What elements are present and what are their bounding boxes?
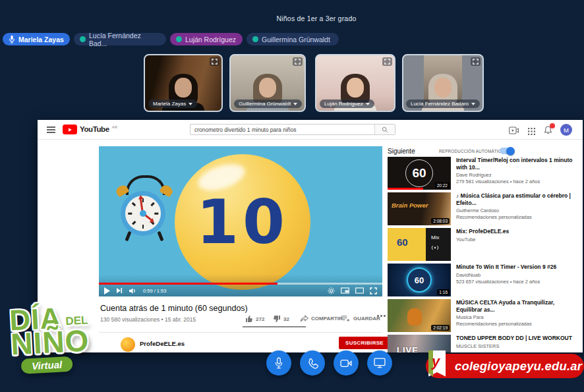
chevron-down-icon <box>189 103 192 105</box>
dislike-count: 32 <box>283 316 289 322</box>
suggested-channel: DavidNuab <box>456 272 579 278</box>
like-button[interactable]: 272 <box>245 315 264 323</box>
suggested-video-6[interactable]: LIVE TONED UPPER BODY DD | LIVE WORKOUT … <box>388 335 580 352</box>
chevron-down-icon <box>366 103 370 105</box>
video-thumbnail: Brain Power 2:08:03 <box>388 192 451 225</box>
subscribe-button[interactable]: SUSCRIBIRSE <box>339 337 390 349</box>
suggested-channel: YouTube <box>456 237 579 242</box>
video-tile-lucia[interactable]: Lucía Fernández Badaro <box>402 54 484 112</box>
school-url: colegioyapeyu.edu.ar <box>455 359 582 374</box>
participant-name: Mariela Zayas <box>18 36 64 43</box>
phone-button[interactable] <box>300 350 325 376</box>
suggested-video-2[interactable]: Brain Power 2:08:03 ♪ Música Clásica par… <box>388 192 580 225</box>
video-tile-mariela[interactable]: Mariela Zayas <box>144 54 223 112</box>
account-avatar[interactable]: M <box>560 124 572 136</box>
suggested-channel: Guilherme Cardoso <box>456 208 579 213</box>
video-thumbnail: 2:02:19 <box>388 299 451 332</box>
participant-pill-lujan[interactable]: Luján Rodríguez <box>170 33 243 45</box>
theater-mode-button[interactable] <box>355 287 364 294</box>
countdown-ball: 10 <box>175 154 310 290</box>
volume-button[interactable] <box>129 287 137 294</box>
miniplayer-button[interactable] <box>341 287 349 294</box>
search-input[interactable] <box>190 125 374 134</box>
suggested-channel: MUSCLE SISTERS <box>456 343 579 349</box>
time-display: 0:59 / 1:53 <box>143 288 166 294</box>
expand-icon <box>295 59 301 65</box>
search-button[interactable] <box>374 125 395 134</box>
create-video-button[interactable] <box>509 125 519 137</box>
channel-name[interactable]: ProfeDeELE.es <box>140 340 185 347</box>
search-icon <box>382 126 388 133</box>
menu-icon[interactable] <box>47 126 55 135</box>
video-tile-lujan[interactable]: Luján Rodríguez <box>315 54 395 112</box>
suggested-title: MÚSICA CELTA Ayuda a Tranquilizar, Equil… <box>456 299 579 313</box>
autoplay-label: REPRODUCCIÓN AUTOMÁTICA <box>439 149 504 154</box>
video-thumbnail: 60 1:16 <box>388 264 451 296</box>
alarm-clock-illustration <box>115 174 174 253</box>
microphone-button[interactable] <box>266 350 291 376</box>
tile-name-dropdown[interactable]: Luján Rodríguez <box>320 99 374 108</box>
mix-icon <box>431 245 439 250</box>
next-button[interactable] <box>116 287 123 294</box>
participant-pill-lucia[interactable]: Lucía Fernández Bad... <box>74 33 166 45</box>
logo-line-nino: NIÑO <box>10 325 127 358</box>
tile-name: Lucía Fernández Badaro <box>411 101 469 107</box>
expand-icon <box>473 59 479 65</box>
dislike-button[interactable]: 32 <box>273 315 289 323</box>
autoplay-toggle[interactable] <box>500 148 514 154</box>
notification-badge <box>550 123 555 128</box>
participant-name: Luján Rodríguez <box>185 36 236 43</box>
monitor-icon <box>374 358 386 368</box>
countdown-number: 10 <box>196 187 289 258</box>
logo-badge-virtual: Virtual <box>21 356 73 374</box>
fullscreen-button[interactable] <box>370 287 377 294</box>
yapeyu-logo: y <box>428 350 451 378</box>
more-icon <box>377 315 386 317</box>
participant-pill-guillermina[interactable]: Guillermina Grünwaldt <box>247 33 339 45</box>
phone-icon <box>307 358 318 369</box>
expand-tile-button[interactable] <box>293 57 303 66</box>
share-button[interactable]: COMPARTIR <box>300 315 343 322</box>
suggested-video-4[interactable]: 60 1:16 Minute To Win It Timer - Version… <box>388 264 580 296</box>
duration-badge: 1:16 <box>437 289 450 295</box>
expand-tile-button[interactable] <box>210 57 219 66</box>
dia-del-nino-logo: DÍA DEL NIÑO Virtual <box>9 301 127 374</box>
presence-dot-icon <box>80 36 86 42</box>
suggested-video-1[interactable]: 60 20:22 Interval Timer/Reloj con interv… <box>388 157 580 190</box>
player-controls: 0:59 / 1:53 <box>99 285 382 296</box>
apps-grid-button[interactable] <box>528 126 535 138</box>
screen-share-button[interactable] <box>367 350 392 376</box>
suggested-video-3[interactable]: 60 Mix Mix: ProfeDeELE.es YouTube <box>388 228 580 261</box>
video-camera-icon <box>340 359 352 368</box>
tile-name-dropdown[interactable]: Lucía Fernández Badaro <box>406 99 480 108</box>
youtube-wordmark: YouTube <box>80 125 109 134</box>
suggested-meta: 279 581 visualizaciones • hace 2 años <box>456 179 579 184</box>
meeting-title: Niños de 1er a 3er grado <box>250 14 382 22</box>
thumbs-down-icon <box>273 315 281 323</box>
camera-button[interactable] <box>334 350 359 376</box>
youtube-logo[interactable]: YouTube AR <box>63 125 117 134</box>
video-player[interactable]: 10 <box>99 146 382 296</box>
expand-icon <box>212 59 218 65</box>
suggested-meta: 523 657 visualizaciones • hace 2 años <box>456 279 579 285</box>
suggested-channel: Dave Rodriguez <box>456 172 579 178</box>
suggested-title: Mix: ProfeDeELE.es <box>456 228 579 235</box>
expand-tile-button[interactable] <box>382 57 392 66</box>
tile-name: Mariela Zayas <box>153 101 186 107</box>
up-next-label: Siguiente <box>388 148 415 155</box>
meeting-app: Niños de 1er a 3er grado Mariela Zayas L… <box>0 0 584 392</box>
play-button[interactable] <box>104 287 110 294</box>
settings-gear-button[interactable] <box>328 287 335 294</box>
playlist-add-icon <box>341 315 351 322</box>
more-actions-button[interactable] <box>377 315 386 317</box>
expand-tile-button[interactable] <box>471 57 481 66</box>
tile-name-dropdown[interactable]: Mariela Zayas <box>148 99 197 108</box>
video-tile-guillermina[interactable]: Guillermina Grünwaldt <box>229 54 306 112</box>
participant-pill-mariela[interactable]: Mariela Zayas <box>3 33 70 45</box>
suggested-title: ♪ Música Clásica para estimular o cérebr… <box>456 192 579 206</box>
suggested-meta: Recomendaciones personalizadas <box>456 214 579 220</box>
suggested-video-5[interactable]: 2:02:19 MÚSICA CELTA Ayuda a Tranquiliza… <box>388 299 580 332</box>
save-button[interactable]: GUARDAR <box>341 315 380 322</box>
thumbs-up-icon <box>245 315 253 323</box>
tile-name-dropdown[interactable]: Guillermina Grünwaldt <box>234 99 302 108</box>
